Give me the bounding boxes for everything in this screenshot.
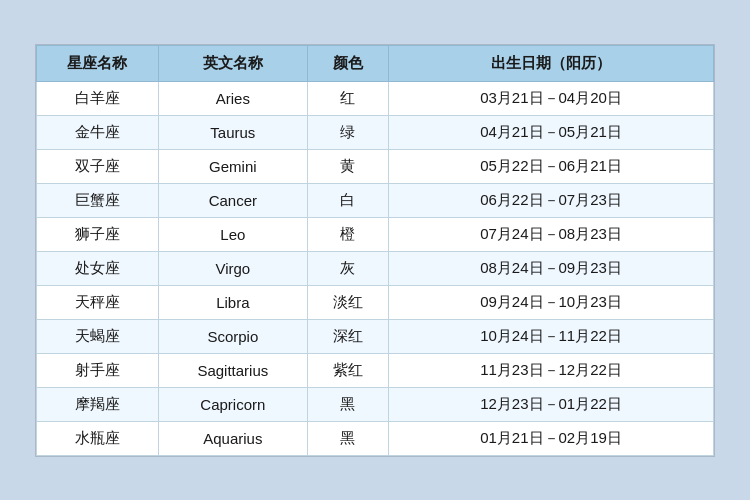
table-row: 天秤座Libra淡红09月24日－10月23日: [37, 285, 714, 319]
cell-date: 01月21日－02月19日: [389, 421, 714, 455]
cell-chinese: 白羊座: [37, 81, 159, 115]
cell-color: 黑: [307, 387, 388, 421]
cell-date: 10月24日－11月22日: [389, 319, 714, 353]
header-english: 英文名称: [158, 45, 307, 81]
cell-color: 淡红: [307, 285, 388, 319]
table-row: 巨蟹座Cancer白06月22日－07月23日: [37, 183, 714, 217]
cell-chinese: 金牛座: [37, 115, 159, 149]
cell-date: 03月21日－04月20日: [389, 81, 714, 115]
cell-english: Taurus: [158, 115, 307, 149]
cell-date: 04月21日－05月21日: [389, 115, 714, 149]
table-body: 白羊座Aries红03月21日－04月20日金牛座Taurus绿04月21日－0…: [37, 81, 714, 455]
table-row: 狮子座Leo橙07月24日－08月23日: [37, 217, 714, 251]
cell-date: 11月23日－12月22日: [389, 353, 714, 387]
cell-color: 白: [307, 183, 388, 217]
cell-date: 06月22日－07月23日: [389, 183, 714, 217]
cell-date: 07月24日－08月23日: [389, 217, 714, 251]
cell-english: Aquarius: [158, 421, 307, 455]
cell-english: Sagittarius: [158, 353, 307, 387]
cell-chinese: 天秤座: [37, 285, 159, 319]
header-date: 出生日期（阳历）: [389, 45, 714, 81]
table-header-row: 星座名称 英文名称 颜色 出生日期（阳历）: [37, 45, 714, 81]
cell-color: 紫红: [307, 353, 388, 387]
cell-english: Leo: [158, 217, 307, 251]
table-row: 摩羯座Capricorn黑12月23日－01月22日: [37, 387, 714, 421]
table-row: 射手座Sagittarius紫红11月23日－12月22日: [37, 353, 714, 387]
cell-english: Scorpio: [158, 319, 307, 353]
cell-date: 05月22日－06月21日: [389, 149, 714, 183]
cell-color: 橙: [307, 217, 388, 251]
cell-date: 09月24日－10月23日: [389, 285, 714, 319]
cell-chinese: 狮子座: [37, 217, 159, 251]
cell-color: 深红: [307, 319, 388, 353]
cell-chinese: 摩羯座: [37, 387, 159, 421]
cell-chinese: 射手座: [37, 353, 159, 387]
zodiac-table: 星座名称 英文名称 颜色 出生日期（阳历） 白羊座Aries红03月21日－04…: [36, 45, 714, 456]
cell-english: Virgo: [158, 251, 307, 285]
table-row: 白羊座Aries红03月21日－04月20日: [37, 81, 714, 115]
cell-english: Gemini: [158, 149, 307, 183]
table-row: 天蝎座Scorpio深红10月24日－11月22日: [37, 319, 714, 353]
cell-chinese: 巨蟹座: [37, 183, 159, 217]
table-row: 双子座Gemini黄05月22日－06月21日: [37, 149, 714, 183]
table-row: 处女座Virgo灰08月24日－09月23日: [37, 251, 714, 285]
cell-chinese: 处女座: [37, 251, 159, 285]
cell-english: Cancer: [158, 183, 307, 217]
cell-english: Libra: [158, 285, 307, 319]
cell-color: 灰: [307, 251, 388, 285]
cell-color: 黑: [307, 421, 388, 455]
table-row: 金牛座Taurus绿04月21日－05月21日: [37, 115, 714, 149]
cell-color: 绿: [307, 115, 388, 149]
cell-color: 黄: [307, 149, 388, 183]
cell-chinese: 双子座: [37, 149, 159, 183]
cell-chinese: 水瓶座: [37, 421, 159, 455]
table-row: 水瓶座Aquarius黑01月21日－02月19日: [37, 421, 714, 455]
cell-color: 红: [307, 81, 388, 115]
cell-date: 08月24日－09月23日: [389, 251, 714, 285]
cell-english: Capricorn: [158, 387, 307, 421]
zodiac-table-wrapper: 星座名称 英文名称 颜色 出生日期（阳历） 白羊座Aries红03月21日－04…: [35, 44, 715, 457]
cell-chinese: 天蝎座: [37, 319, 159, 353]
header-color: 颜色: [307, 45, 388, 81]
cell-date: 12月23日－01月22日: [389, 387, 714, 421]
cell-english: Aries: [158, 81, 307, 115]
header-chinese: 星座名称: [37, 45, 159, 81]
